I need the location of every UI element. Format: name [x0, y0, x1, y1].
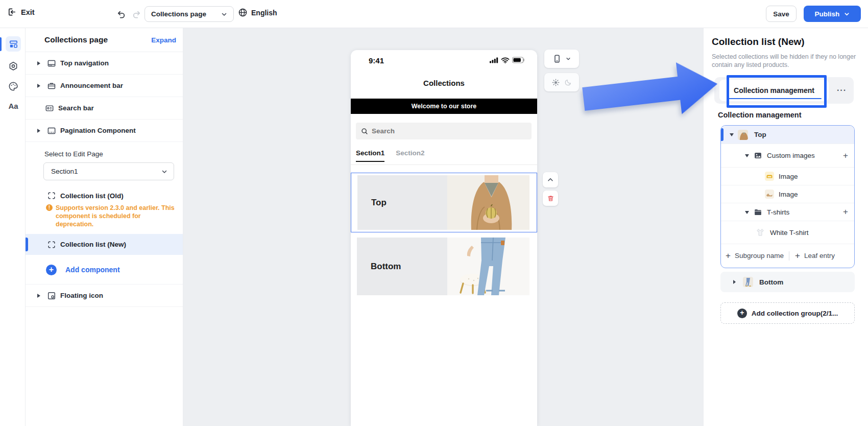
expand-link[interactable]: Expand — [151, 36, 176, 44]
tree-row-group-bottom[interactable]: Bottom — [720, 272, 855, 292]
section-label: Collection management — [718, 111, 802, 119]
add-leaf-button[interactable]: + Leaf entry — [795, 251, 835, 261]
delete-button[interactable] — [543, 191, 558, 206]
add-subgroup-button[interactable]: + Subgroup name — [726, 251, 784, 261]
caret-down-icon[interactable] — [745, 211, 749, 216]
tree-row-image-2[interactable]: Image — [721, 185, 854, 203]
top-navigation-icon — [47, 59, 56, 68]
rail-item-theme[interactable] — [6, 79, 21, 94]
collection-tree: Top Custom images + Image Image T-shirts… — [720, 125, 855, 268]
collection-card-bottom[interactable]: Bottom — [357, 238, 529, 295]
tree-row-white-tshirt[interactable]: White T-shirt — [721, 221, 854, 244]
images-folder-icon — [754, 151, 762, 160]
component-row-pagination[interactable]: Pagination Component — [26, 120, 183, 142]
divider — [789, 251, 789, 261]
image-leaf-icon — [765, 190, 774, 199]
status-time: 9:41 — [369, 56, 384, 65]
language-label: English — [251, 9, 277, 17]
more-options-button[interactable]: ··· — [837, 77, 847, 104]
caret-down-icon[interactable] — [730, 133, 734, 138]
component-label: Announcement bar — [60, 82, 123, 89]
selected-indicator — [721, 128, 724, 141]
active-tab-underline — [727, 98, 822, 100]
language-selector[interactable]: English — [238, 8, 277, 17]
dark-mode-button[interactable] — [564, 78, 572, 86]
add-collection-group-button[interactable]: + Add collection group(2/1... — [720, 302, 855, 324]
tree-row-image-1[interactable]: Image — [721, 168, 854, 185]
component-label: Pagination Component — [60, 127, 136, 134]
component-row-search-bar[interactable]: Search bar — [26, 97, 183, 120]
tab-section1[interactable]: Section1 — [356, 149, 384, 162]
page-selector-dropdown[interactable]: Collections page — [144, 6, 234, 22]
add-collection-group-label: Add collection group(2/1... — [752, 310, 838, 317]
tab-label: Collection management — [734, 86, 814, 94]
component-row-top-navigation[interactable]: Top navigation — [26, 52, 183, 75]
search-icon — [361, 128, 368, 135]
tab-section2[interactable]: Section2 — [396, 149, 424, 162]
move-up-button[interactable] — [543, 172, 558, 187]
plus-circle-icon: + — [46, 265, 57, 275]
section-selector-dropdown[interactable]: Section1 — [43, 162, 174, 180]
save-button[interactable]: Save — [766, 6, 797, 22]
add-component-label: Add component — [65, 266, 120, 274]
caret-right-icon[interactable] — [37, 294, 42, 298]
component-row-collection-list-old[interactable]: Collection list (Old) — [26, 191, 183, 200]
tree-row-tshirts[interactable]: T-shirts + — [721, 203, 854, 221]
rail-item-sections[interactable] — [6, 36, 21, 52]
rail-active-indicator — [0, 37, 2, 51]
layers-panel: Collections page Expand Top navigation A… — [26, 28, 183, 426]
battery-icon — [512, 57, 525, 63]
caret-right-icon[interactable] — [37, 84, 42, 88]
rail-item-typography[interactable]: Aa — [6, 98, 21, 113]
inspector-description: Selected collections will be hidden if t… — [712, 53, 860, 69]
component-label: Floating icon — [60, 292, 103, 299]
add-item-button[interactable]: + — [843, 151, 848, 161]
device-selector[interactable] — [544, 50, 579, 68]
chevron-down-icon — [221, 11, 227, 17]
chevron-down-icon — [161, 169, 167, 175]
caret-down-icon[interactable] — [745, 154, 749, 159]
section-selector-value: Section1 — [51, 168, 78, 175]
exit-label: Exit — [21, 8, 35, 16]
collection-photo-top — [447, 175, 529, 230]
store-search-field[interactable]: Search — [356, 123, 532, 139]
caret-right-icon[interactable] — [37, 129, 42, 133]
pagination-icon — [47, 126, 56, 135]
add-leaf-label: Leaf entry — [804, 252, 835, 259]
group-name: Top — [754, 131, 766, 138]
group-name: Bottom — [759, 278, 783, 286]
wifi-icon — [501, 57, 510, 63]
add-component-button[interactable]: + Add component — [26, 262, 183, 277]
tab-collection-management[interactable]: Collection management — [719, 80, 829, 101]
tree-row-group-top[interactable]: Top — [721, 126, 854, 144]
leaf-label: Image — [779, 191, 798, 198]
add-item-button[interactable]: + — [843, 207, 848, 217]
undo-button[interactable] — [115, 9, 127, 20]
signal-icon — [490, 57, 498, 63]
rail-item-settings[interactable] — [6, 59, 21, 74]
collection-card-top[interactable]: Top — [357, 175, 529, 230]
frame-icon — [47, 240, 56, 249]
component-label: Search bar — [58, 104, 94, 112]
selected-collection-card-outline[interactable]: Top — [351, 173, 537, 232]
floating-icon-icon — [47, 291, 56, 300]
tree-row-custom-images[interactable]: Custom images + — [721, 144, 854, 168]
publish-button[interactable]: Publish — [804, 6, 861, 22]
component-row-collection-list-new[interactable]: Collection list (New) — [26, 234, 183, 255]
store-section-tabs: Section1 Section2 — [356, 149, 425, 162]
component-row-announcement-bar[interactable]: Announcement bar — [26, 75, 183, 97]
tool-rail: Aa — [0, 28, 26, 426]
mobile-preview: 9:41 Collections Welcome to our store Se… — [351, 50, 537, 426]
store-page-title: Collections — [351, 79, 537, 87]
collection-name: Bottom — [371, 262, 401, 272]
caret-right-icon[interactable] — [37, 61, 42, 65]
component-row-floating-icon[interactable]: Floating icon — [26, 284, 183, 307]
light-mode-button[interactable] — [551, 78, 560, 87]
redo-button[interactable] — [131, 9, 142, 20]
leaf-label: White T-shirt — [770, 229, 809, 236]
exit-button[interactable]: Exit — [7, 7, 35, 17]
plus-icon: + — [795, 251, 800, 261]
caret-right-icon[interactable] — [733, 280, 738, 284]
page-builder-app: Exit Collections page English Save Publi… — [0, 0, 868, 426]
announcement-bar[interactable]: Welcome to our store — [351, 99, 537, 114]
